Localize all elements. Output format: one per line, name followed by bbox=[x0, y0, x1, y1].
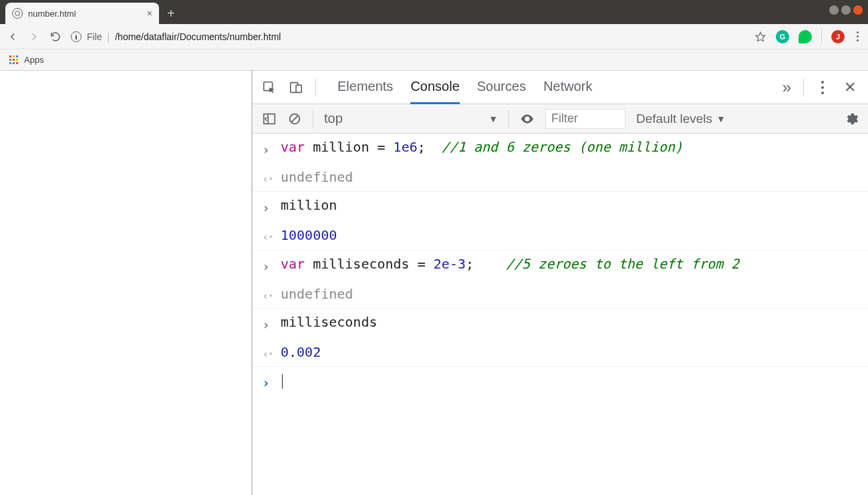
url-divider: | bbox=[108, 31, 110, 42]
tab-network[interactable]: Network bbox=[543, 71, 592, 104]
browser-tab[interactable]: number.html × bbox=[5, 3, 159, 24]
context-label: top bbox=[324, 111, 343, 126]
console-code: var million = 1e6; //1 and 6 zeroes (one… bbox=[281, 135, 683, 162]
output-arrow-icon bbox=[262, 165, 273, 190]
window-minimize-icon[interactable] bbox=[829, 5, 839, 15]
bookmarks-bar: Apps bbox=[0, 49, 868, 71]
page-viewport bbox=[0, 71, 251, 495]
close-tab-icon[interactable]: × bbox=[147, 8, 152, 19]
levels-label: Default levels bbox=[636, 112, 712, 126]
url-path: /home/dataflair/Documents/number.html bbox=[115, 31, 281, 42]
content-area: Elements Console Sources Network » ✕ top… bbox=[0, 71, 868, 495]
prompt-arrow-icon bbox=[262, 368, 273, 395]
console-input-row: var million = 1e6; //1 and 6 zeroes (one… bbox=[253, 134, 868, 164]
console-input-row: million bbox=[253, 192, 868, 222]
text-cursor bbox=[282, 374, 283, 389]
more-tabs-icon[interactable]: » bbox=[782, 78, 791, 97]
toggle-console-sidebar-icon[interactable] bbox=[262, 112, 277, 126]
input-arrow-icon bbox=[262, 135, 273, 162]
back-button[interactable] bbox=[7, 31, 19, 43]
filter-input[interactable] bbox=[545, 109, 625, 129]
window-close-icon[interactable] bbox=[853, 5, 863, 15]
console-prompt-row[interactable] bbox=[253, 367, 868, 397]
input-arrow-icon bbox=[262, 193, 273, 220]
bookmark-star-icon[interactable] bbox=[754, 31, 766, 43]
svg-line-6 bbox=[291, 116, 297, 122]
svg-point-7 bbox=[526, 118, 529, 120]
live-expression-icon[interactable] bbox=[520, 112, 535, 126]
devtools-tabs: Elements Console Sources Network bbox=[328, 71, 770, 104]
tab-elements[interactable]: Elements bbox=[337, 71, 393, 104]
console-toolbar: top ▼ Default levels ▼ bbox=[253, 104, 868, 134]
log-levels-selector[interactable]: Default levels ▼ bbox=[636, 112, 726, 126]
separator bbox=[313, 110, 313, 128]
devtools-menu-icon[interactable] bbox=[816, 81, 829, 94]
output-arrow-icon bbox=[262, 340, 273, 365]
console-input[interactable] bbox=[281, 368, 283, 395]
separator bbox=[509, 110, 509, 128]
devtools-panel: Elements Console Sources Network » ✕ top… bbox=[251, 71, 868, 495]
inspect-element-icon[interactable] bbox=[262, 80, 277, 95]
console-code: var milliseconds = 2e-3; //5 zeroes to t… bbox=[281, 252, 739, 279]
console-code: 1000000 bbox=[281, 223, 337, 248]
tab-sources[interactable]: Sources bbox=[477, 71, 526, 104]
forward-button[interactable] bbox=[28, 31, 40, 43]
console-input-row: milliseconds bbox=[253, 309, 868, 339]
window-maximize-icon[interactable] bbox=[841, 5, 851, 15]
console-code: undefined bbox=[281, 282, 353, 307]
new-tab-button[interactable]: + bbox=[159, 3, 183, 24]
device-toggle-icon[interactable] bbox=[289, 80, 303, 95]
url-display[interactable]: i File | /home/dataflair/Documents/numbe… bbox=[71, 31, 745, 42]
devtools-close-icon[interactable]: ✕ bbox=[841, 79, 859, 96]
separator bbox=[821, 29, 822, 44]
separator bbox=[315, 79, 316, 96]
browser-menu-icon[interactable] bbox=[854, 31, 861, 41]
apps-grid-icon[interactable] bbox=[9, 55, 19, 65]
separator bbox=[803, 79, 804, 96]
console-output-row: 0.002 bbox=[253, 339, 868, 367]
console-input-row: var milliseconds = 2e-3; //5 zeroes to t… bbox=[253, 251, 868, 281]
extension-green-icon[interactable] bbox=[799, 30, 812, 43]
input-arrow-icon bbox=[262, 252, 273, 279]
console-code: 0.002 bbox=[281, 340, 321, 365]
apps-label[interactable]: Apps bbox=[24, 55, 44, 65]
console-output[interactable]: var million = 1e6; //1 and 6 zeroes (one… bbox=[253, 134, 868, 495]
browser-tab-bar: number.html × + bbox=[0, 0, 868, 24]
clear-console-icon[interactable] bbox=[287, 112, 302, 126]
console-output-row: 1000000 bbox=[253, 222, 868, 250]
console-code: milliseconds bbox=[281, 310, 378, 337]
input-arrow-icon bbox=[262, 310, 273, 337]
profile-avatar[interactable]: J bbox=[831, 30, 845, 43]
chevron-down-icon: ▼ bbox=[488, 114, 498, 124]
devtools-header: Elements Console Sources Network » ✕ bbox=[253, 71, 868, 104]
output-arrow-icon bbox=[262, 282, 273, 307]
console-settings-icon[interactable] bbox=[844, 112, 859, 126]
url-scheme: File bbox=[87, 31, 102, 42]
console-output-row: undefined bbox=[253, 281, 868, 309]
address-bar: i File | /home/dataflair/Documents/numbe… bbox=[0, 24, 868, 49]
execution-context-selector[interactable]: top ▼ bbox=[324, 111, 498, 126]
tab-console[interactable]: Console bbox=[410, 71, 459, 104]
console-code: undefined bbox=[281, 165, 353, 190]
globe-icon bbox=[12, 8, 23, 19]
console-code: million bbox=[281, 193, 337, 220]
console-output-row: undefined bbox=[253, 164, 868, 192]
chevron-down-icon: ▼ bbox=[716, 114, 726, 124]
svg-rect-2 bbox=[296, 85, 301, 92]
site-info-icon[interactable]: i bbox=[71, 31, 82, 42]
output-arrow-icon bbox=[262, 223, 273, 248]
extension-grammarly-icon[interactable]: G bbox=[776, 30, 789, 43]
reload-button[interactable] bbox=[49, 31, 61, 43]
tab-title: number.html bbox=[28, 9, 76, 19]
window-controls bbox=[829, 5, 863, 15]
